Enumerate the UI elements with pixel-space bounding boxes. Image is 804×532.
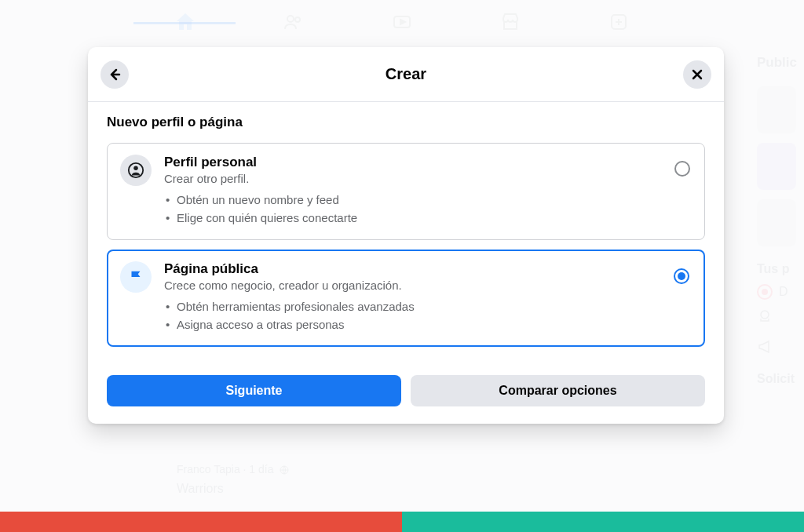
radio-unchecked[interactable]: [674, 161, 690, 177]
close-icon: [689, 67, 705, 82]
flag-icon-wrapper: [120, 261, 152, 293]
svg-point-9: [133, 166, 138, 171]
option-subtitle: Crear otro perfil.: [164, 172, 692, 185]
option-content: Perfil personal Crear otro perfil. Obtén…: [164, 155, 692, 227]
bullet-item: Obtén herramientas profesionales avanzad…: [177, 298, 692, 316]
dialog-body: Nuevo perfil o página Perfil personal Cr…: [88, 102, 724, 363]
option-personal-profile[interactable]: Perfil personal Crear otro perfil. Obtén…: [107, 143, 705, 240]
dialog-footer: Siguiente Comparar opciones: [88, 363, 724, 424]
back-button[interactable]: [100, 60, 129, 89]
bottom-accent-bars: [0, 512, 804, 532]
option-title: Perfil personal: [164, 155, 692, 170]
red-bar: [0, 512, 402, 532]
flag-icon: [127, 268, 144, 286]
arrow-left-icon: [107, 67, 122, 82]
teal-bar: [402, 512, 804, 532]
next-button[interactable]: Siguiente: [107, 375, 401, 406]
option-content: Página pública Crece como negocio, cread…: [164, 261, 692, 333]
option-bullets: Obtén un nuevo nombre y feed Elige con q…: [164, 191, 692, 227]
compare-options-button[interactable]: Comparar opciones: [411, 375, 705, 406]
person-icon: [127, 162, 144, 179]
create-dialog: Crear Nuevo perfil o página Perfil perso…: [88, 47, 724, 424]
option-subtitle: Crece como negocio, creador u organizaci…: [164, 279, 692, 292]
option-public-page[interactable]: Página pública Crece como negocio, cread…: [107, 250, 705, 347]
dialog-header: Crear: [88, 47, 724, 102]
option-title: Página pública: [164, 261, 692, 277]
bullet-item: Elige con quién quieres conectarte: [177, 210, 692, 228]
dialog-title: Crear: [386, 65, 426, 83]
person-icon-wrapper: [120, 155, 152, 186]
bullet-item: Obtén un nuevo nombre y feed: [177, 191, 692, 210]
section-heading: Nuevo perfil o página: [107, 115, 705, 130]
close-button[interactable]: [683, 60, 711, 89]
bullet-item: Asigna acceso a otras personas: [177, 316, 692, 334]
option-bullets: Obtén herramientas profesionales avanzad…: [164, 298, 692, 333]
radio-checked[interactable]: [674, 268, 689, 284]
